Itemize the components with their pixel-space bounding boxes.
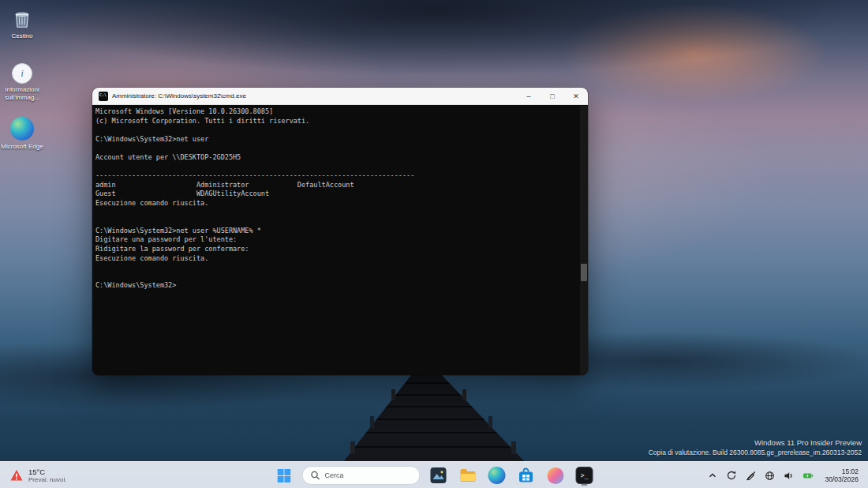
tray-chevron-up[interactable] bbox=[706, 465, 719, 486]
pen-disabled-icon bbox=[746, 471, 756, 481]
terminal-icon: >_ bbox=[576, 467, 593, 484]
desktop-icon-recycle-bin[interactable]: Cestino bbox=[0, 8, 44, 40]
taskbar: 15°C Preval. nuvol. Cerca bbox=[0, 461, 868, 488]
taskbar-photos-button[interactable] bbox=[428, 464, 450, 486]
desktop-icon-image-info[interactable]: i Informazioni sull'immag... bbox=[0, 63, 44, 102]
cmd-titlebar[interactable]: C:\ Amministratore: C:\Windows\system32\… bbox=[92, 88, 588, 105]
tray-volume-button[interactable] bbox=[782, 465, 795, 486]
taskbar-file-explorer-button[interactable] bbox=[457, 464, 479, 486]
file-explorer-icon bbox=[458, 467, 477, 485]
weather-temp: 15°C bbox=[28, 467, 66, 476]
tray-network-button[interactable] bbox=[763, 465, 776, 486]
terminal-body[interactable]: Microsoft Windows [Versione 10.0.26300.8… bbox=[92, 106, 588, 375]
volume-icon bbox=[784, 471, 794, 481]
insider-watermark: Windows 11 Pro Insider Preview Copia di … bbox=[649, 438, 862, 456]
info-icon: i bbox=[12, 63, 32, 84]
tray-pen-button[interactable] bbox=[744, 465, 758, 486]
search-placeholder: Cerca bbox=[325, 471, 344, 479]
taskbar-copilot-button[interactable] bbox=[544, 464, 567, 486]
edge-icon bbox=[10, 117, 34, 141]
terminal-text: Microsoft Windows [Versione 10.0.26300.8… bbox=[95, 107, 578, 291]
taskbar-store-button[interactable] bbox=[515, 464, 537, 486]
update-restart-icon bbox=[726, 470, 737, 481]
window-title: Amministratore: C:\Windows\system32\cmd.… bbox=[112, 92, 246, 99]
battery-icon bbox=[803, 471, 814, 481]
chevron-up-icon bbox=[708, 471, 717, 480]
watermark-line2: Copia di valutazione. Build 26300.8085.g… bbox=[649, 449, 862, 456]
tray-time: 15:02 bbox=[825, 467, 859, 476]
tray-clock[interactable]: 15:02 30/03/2026 bbox=[821, 466, 862, 486]
taskbar-edge-button[interactable] bbox=[486, 464, 508, 486]
tray-date: 30/03/2026 bbox=[825, 475, 859, 484]
store-icon bbox=[518, 467, 535, 484]
weather-widget[interactable]: 15°C Preval. nuvol. bbox=[5, 462, 71, 488]
close-button[interactable]: ✕ bbox=[564, 88, 588, 105]
watermark-line1: Windows 11 Pro Insider Preview bbox=[649, 438, 862, 447]
photos-icon bbox=[430, 467, 447, 484]
desktop-icon-label: Microsoft Edge bbox=[0, 143, 45, 151]
running-app-indicator bbox=[582, 484, 588, 486]
maximize-button[interactable]: □ bbox=[541, 88, 564, 105]
desktop-icon-edge[interactable]: Microsoft Edge bbox=[0, 117, 44, 151]
desktop-icon-label: Informazioni sull'immag... bbox=[0, 86, 45, 102]
weather-alert-icon bbox=[9, 468, 24, 482]
search-box[interactable]: Cerca bbox=[302, 466, 421, 485]
network-icon bbox=[765, 471, 775, 481]
edge-icon bbox=[488, 467, 506, 484]
minimize-button[interactable]: – bbox=[517, 88, 541, 105]
recycle-bin-icon bbox=[11, 8, 33, 30]
start-button[interactable] bbox=[273, 464, 295, 486]
desktop-icon-label: Cestino bbox=[0, 32, 45, 40]
terminal-scrollbar[interactable] bbox=[580, 106, 588, 375]
search-icon bbox=[311, 471, 320, 480]
cmd-window: C:\ Amministratore: C:\Windows\system32\… bbox=[92, 88, 588, 375]
terminal-icon-glyph: >_ bbox=[581, 472, 589, 479]
scrollbar-thumb[interactable] bbox=[581, 264, 587, 281]
tray-battery-button[interactable] bbox=[801, 465, 816, 486]
weather-condition: Preval. nuvol. bbox=[28, 476, 66, 483]
cmd-app-icon: C:\ bbox=[99, 92, 108, 101]
windows-logo-icon bbox=[277, 469, 290, 482]
tray-update-button[interactable] bbox=[724, 465, 739, 486]
taskbar-terminal-button[interactable]: >_ bbox=[574, 464, 596, 486]
copilot-icon bbox=[547, 467, 563, 484]
